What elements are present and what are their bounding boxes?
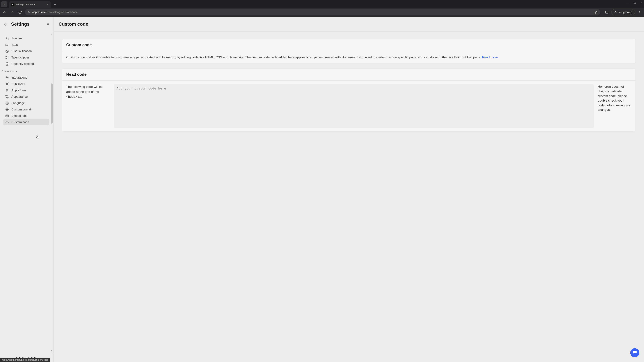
- sidebar-item-talent-clipper[interactable]: Talent clipper: [3, 54, 49, 61]
- sidebar-item-label: Embed jobs: [12, 114, 27, 118]
- svg-point-5: [28, 11, 28, 12]
- sidebar-item-language[interactable]: Language: [3, 100, 49, 106]
- side-panel-icon[interactable]: [604, 9, 610, 15]
- sidebar-item-integrations[interactable]: Integrations: [3, 74, 49, 81]
- browser-back-button[interactable]: [2, 9, 8, 15]
- status-bar: https://app.homerun.co/settings/custom-c…: [0, 358, 50, 362]
- scrollbar-down-icon[interactable]: ▾: [51, 350, 53, 352]
- head-code-card-heading: Head code: [62, 68, 636, 81]
- browser-menu-icon[interactable]: [636, 9, 642, 15]
- sidebar-item-label: Public API: [12, 82, 25, 86]
- disqualification-icon: [5, 49, 9, 53]
- svg-point-26: [8, 83, 8, 83]
- browser-forward-button[interactable]: [10, 9, 15, 15]
- new-tab-button[interactable]: +: [52, 2, 57, 7]
- sources-icon: [5, 36, 9, 40]
- sidebar-item-custom-domain[interactable]: Custom domain: [3, 106, 49, 113]
- tab-title: Settings · Homerun: [16, 3, 36, 6]
- svg-line-17: [6, 50, 8, 52]
- chat-fab[interactable]: [630, 348, 639, 357]
- sidebar-item-embed-jobs[interactable]: Embed jobs: [3, 113, 49, 119]
- sidebar-title: Settings: [11, 21, 30, 27]
- scissors-icon: [5, 55, 9, 59]
- tab-search-dropdown[interactable]: [1, 1, 8, 7]
- sidebar-item-custom-code[interactable]: Custom code: [3, 119, 49, 125]
- svg-line-21: [8, 58, 8, 59]
- scrollbar-up-icon[interactable]: ▴: [51, 33, 53, 35]
- head-code-right-note: Homerun does not check or validate custo…: [598, 84, 631, 112]
- sidebar-section-label: Customize: [2, 70, 14, 73]
- svg-point-27: [6, 85, 6, 85]
- svg-line-31: [6, 84, 7, 85]
- sidebar-item-label: Apply form: [12, 89, 26, 92]
- svg-marker-9: [595, 11, 598, 13]
- tags-icon: [5, 43, 9, 47]
- svg-point-19: [6, 58, 7, 59]
- browser-reload-button[interactable]: [17, 9, 23, 15]
- svg-rect-10: [606, 11, 608, 13]
- sidebar-item-label: Tags: [12, 43, 18, 46]
- scrollbar-thumb[interactable]: [51, 83, 53, 124]
- window-minimize-icon[interactable]: —: [627, 2, 630, 4]
- appearance-icon: [5, 95, 9, 99]
- sidebar-item-label: Custom code: [12, 120, 29, 124]
- sidebar-item-label: Integrations: [12, 76, 27, 79]
- tab-favicon: H: [11, 3, 14, 6]
- svg-point-6: [29, 12, 30, 13]
- sidebar-item-label: Sources: [12, 37, 22, 40]
- sidebar-item-tags[interactable]: Tags: [3, 41, 49, 48]
- svg-line-22: [6, 57, 7, 57]
- svg-line-32: [8, 84, 8, 85]
- chat-icon: [632, 351, 637, 355]
- sidebar-collapse-button[interactable]: [46, 22, 50, 26]
- svg-point-28: [8, 85, 8, 85]
- custom-code-description: Custom code makes it possible to customi…: [66, 55, 482, 59]
- sidebar-item-label: Disqualification: [12, 49, 32, 53]
- sidebar-item-apply-form[interactable]: Apply form: [3, 87, 49, 93]
- svg-line-29: [6, 83, 7, 84]
- url-domain: app.homerun.co: [32, 11, 52, 13]
- sidebar-item-recently-deleted[interactable]: Recently deleted: [3, 61, 49, 67]
- svg-point-12: [639, 11, 640, 11]
- settings-back-button[interactable]: [4, 22, 8, 26]
- trash-icon: [5, 62, 9, 66]
- url-bar[interactable]: app.homerun.co/settings/custom-code: [25, 9, 600, 15]
- form-icon: [5, 88, 9, 92]
- read-more-link[interactable]: Read more: [482, 55, 498, 59]
- sidebar-item-label: Recently deleted: [12, 62, 34, 66]
- svg-line-30: [8, 83, 8, 84]
- api-icon: [5, 82, 9, 86]
- window-close-icon[interactable]: [640, 2, 643, 4]
- incognito-label: Incognito (2): [618, 11, 632, 14]
- globe-icon: [5, 107, 9, 111]
- svg-rect-40: [6, 115, 8, 116]
- window-maximize-icon[interactable]: [634, 2, 636, 4]
- sidebar-item-label: Talent clipper: [12, 56, 29, 59]
- svg-point-13: [639, 12, 640, 12]
- head-code-textarea[interactable]: [114, 84, 594, 128]
- page-title: Custom code: [58, 21, 88, 27]
- incognito-badge[interactable]: Incognito (2): [611, 9, 635, 15]
- svg-point-14: [639, 13, 640, 13]
- custom-code-card-heading: Custom code: [62, 39, 636, 51]
- tab-close-icon[interactable]: ×: [47, 3, 49, 6]
- sidebar-item-appearance[interactable]: Appearance: [3, 93, 49, 100]
- chevron-down-icon: [16, 70, 18, 72]
- bookmark-star-icon[interactable]: [594, 10, 598, 14]
- site-info-icon[interactable]: [27, 11, 30, 14]
- sidebar-item-sources[interactable]: Sources: [3, 35, 49, 41]
- sidebar-item-disqualification[interactable]: Disqualification: [3, 48, 49, 54]
- sidebar-section-customize[interactable]: Customize: [0, 67, 50, 74]
- svg-marker-23: [16, 71, 17, 72]
- svg-point-18: [6, 56, 7, 57]
- svg-line-41: [7, 121, 8, 123]
- sidebar-item-public-api[interactable]: Public API: [3, 81, 49, 87]
- language-icon: [5, 101, 9, 105]
- svg-rect-0: [634, 2, 636, 4]
- sidebar-item-label: Language: [12, 101, 25, 105]
- browser-tab[interactable]: H Settings · Homerun ×: [9, 1, 51, 8]
- sidebar-item-label: Custom domain: [12, 108, 32, 111]
- code-icon: [5, 120, 9, 124]
- head-code-left-note: The following code will be added at the …: [66, 84, 110, 99]
- status-url: https://app.homerun.co/settings/custom-c…: [2, 359, 48, 361]
